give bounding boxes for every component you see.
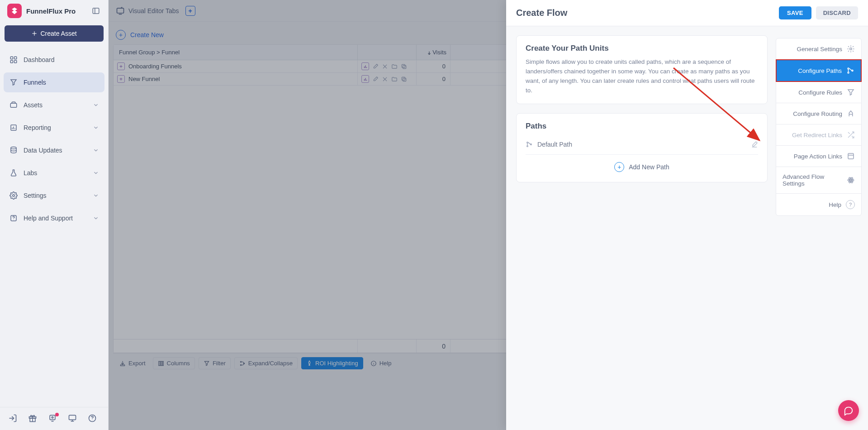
funnel-icon xyxy=(9,78,18,87)
logout-icon[interactable] xyxy=(8,414,18,424)
sidebar-item-data-updates[interactable]: Data Updates xyxy=(4,140,104,160)
svg-point-61 xyxy=(850,48,852,50)
funnel-icon xyxy=(847,88,855,96)
nav-label: Settings xyxy=(24,192,47,199)
row-visits: 0 xyxy=(417,73,451,85)
chevron-down-icon xyxy=(93,192,99,199)
sidebar-nav: Dashboard Funnels Assets Reporting Data … xyxy=(0,50,108,231)
row-visits: 0 xyxy=(417,60,451,72)
copy-icon[interactable] xyxy=(400,63,407,70)
rail-advanced-settings[interactable]: Advanced Flow Settings xyxy=(776,167,862,194)
gear-icon xyxy=(847,45,855,53)
svg-point-50 xyxy=(240,361,241,362)
rail-configure-rules[interactable]: Configure Rules xyxy=(776,81,862,103)
monitor-icon[interactable] xyxy=(68,414,78,424)
path-branch-icon xyxy=(526,141,533,148)
svg-rect-65 xyxy=(848,153,854,159)
svg-point-58 xyxy=(527,145,528,147)
edit-path-icon[interactable] xyxy=(751,141,758,148)
sidebar-item-assets[interactable]: Assets xyxy=(4,95,104,115)
chevron-down-icon xyxy=(93,124,99,131)
rail-general-settings[interactable]: General Settings xyxy=(776,38,862,60)
sidebar-collapse-button[interactable] xyxy=(91,6,101,16)
footer-visits-total: 0 xyxy=(417,339,451,353)
nav-label: Reporting xyxy=(24,124,51,131)
svg-rect-45 xyxy=(402,77,405,80)
folder-icon[interactable] xyxy=(391,63,398,70)
filter-button[interactable]: Filter xyxy=(199,357,231,369)
shuffle-icon xyxy=(847,131,855,139)
flask-icon xyxy=(9,168,18,177)
assets-icon xyxy=(9,100,18,110)
gear-icon xyxy=(9,191,18,200)
nav-label: Funnels xyxy=(24,79,46,86)
path-row-default[interactable]: Default Path xyxy=(526,138,758,155)
rail-configure-paths[interactable]: Configure Paths xyxy=(776,59,862,82)
help-circle-icon: ? xyxy=(846,200,855,209)
edit-icon[interactable] xyxy=(372,63,379,70)
chat-fab[interactable] xyxy=(838,400,859,421)
svg-rect-4 xyxy=(10,57,13,59)
svg-rect-8 xyxy=(10,103,17,107)
rail-redirect-links[interactable]: Get Redirect Links xyxy=(776,124,862,146)
expand-collapse-button[interactable]: Expand/Collapse xyxy=(234,357,298,369)
roi-highlighting-button[interactable]: ROI Highlighting xyxy=(301,357,363,369)
svg-rect-49 xyxy=(162,361,163,365)
svg-point-62 xyxy=(848,68,849,69)
rail-configure-routing[interactable]: Configure Routing xyxy=(776,103,862,124)
th-visits[interactable]: Visits xyxy=(417,45,451,60)
expand-row-icon[interactable]: + xyxy=(117,75,125,83)
sidebar-item-reporting[interactable]: Reporting xyxy=(4,118,104,138)
gift-icon[interactable] xyxy=(28,414,38,424)
th-extra xyxy=(451,45,454,60)
svg-rect-24 xyxy=(69,415,76,420)
columns-button[interactable]: Columns xyxy=(153,357,195,369)
edit-icon[interactable] xyxy=(372,76,379,82)
rail-help[interactable]: Help ? xyxy=(776,193,862,216)
nav-label: Data Updates xyxy=(24,147,62,154)
chevron-down-icon xyxy=(93,170,99,176)
add-new-path-button[interactable]: + Add New Path xyxy=(526,155,758,174)
sidebar-item-settings[interactable]: Settings xyxy=(4,186,104,205)
folder-icon[interactable] xyxy=(391,76,398,82)
th-funnel-name[interactable]: Funnel Group > Funnel xyxy=(114,45,358,60)
svg-rect-46 xyxy=(120,364,124,365)
close-icon[interactable] xyxy=(381,76,388,82)
atom-icon xyxy=(847,176,855,184)
svg-rect-21 xyxy=(50,415,55,420)
rail-page-action-links[interactable]: Page Action Links xyxy=(776,145,862,167)
svg-rect-29 xyxy=(117,8,124,13)
intro-card: Create Your Path Units Simple flows allo… xyxy=(516,35,768,104)
info-icon[interactable] xyxy=(88,414,98,424)
help-button[interactable]: Help xyxy=(367,358,395,369)
create-asset-button[interactable]: Create Asset xyxy=(5,25,104,42)
sidebar-item-labs[interactable]: Labs xyxy=(4,163,104,183)
save-button[interactable]: SAVE xyxy=(779,6,811,19)
discard-button[interactable]: DISCARD xyxy=(816,6,858,19)
copy-icon[interactable] xyxy=(400,76,407,82)
reporting-icon xyxy=(9,123,18,132)
svg-point-22 xyxy=(52,417,53,418)
expand-row-icon[interactable]: + xyxy=(117,62,125,70)
add-path-label: Add New Path xyxy=(629,163,669,171)
analytics-icon[interactable] xyxy=(361,75,369,83)
notification-icon[interactable] xyxy=(48,414,58,424)
chevron-down-icon xyxy=(93,215,99,221)
svg-point-14 xyxy=(13,195,15,197)
export-button[interactable]: Export xyxy=(116,358,149,369)
sidebar-item-funnels[interactable]: Funnels xyxy=(4,72,104,92)
row-name: New Funnel xyxy=(128,76,160,82)
visual-editor-tabs[interactable]: Visual Editor Tabs xyxy=(116,6,179,15)
panel-title: Create Flow xyxy=(516,8,567,18)
sidebar-item-dashboard[interactable]: Dashboard xyxy=(4,50,104,70)
page-icon xyxy=(847,152,855,160)
svg-rect-7 xyxy=(14,61,17,63)
svg-point-13 xyxy=(11,147,16,149)
nav-label: Assets xyxy=(24,101,43,109)
add-tab-button[interactable]: + xyxy=(185,6,195,16)
analytics-icon[interactable] xyxy=(361,62,369,70)
svg-point-67 xyxy=(850,180,852,181)
sidebar-item-help-support[interactable]: Help and Support xyxy=(4,208,104,228)
sidebar: FunnelFlux Pro Create Asset Dashboard Fu… xyxy=(0,0,109,430)
close-icon[interactable] xyxy=(381,63,388,70)
